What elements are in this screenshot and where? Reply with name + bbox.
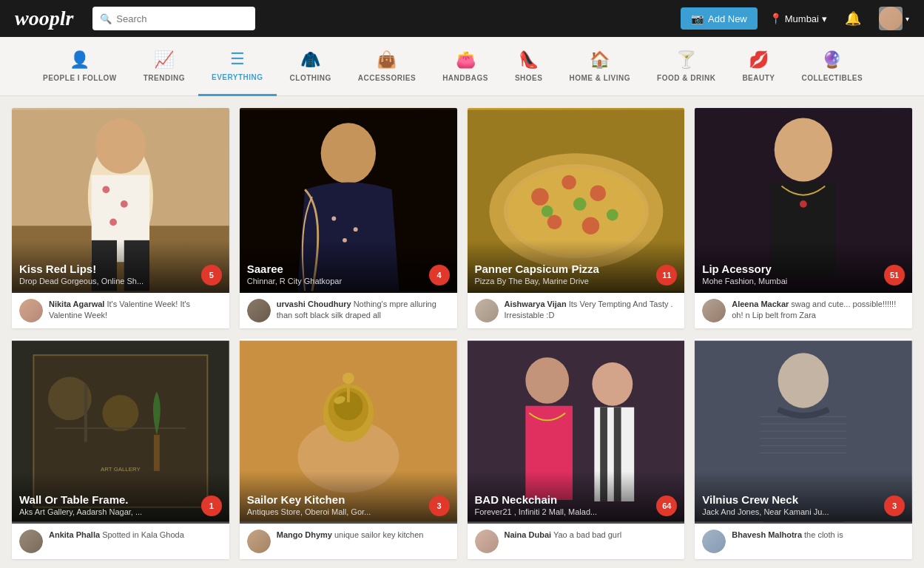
card-2-user-info: urvashi Choudhury Nothing's mpre allurin… xyxy=(277,299,450,322)
svg-point-14 xyxy=(353,227,357,231)
card-2-likes[interactable]: 4 xyxy=(429,265,450,285)
add-new-button[interactable]: 📷 Add New xyxy=(681,7,758,30)
search-input[interactable] xyxy=(116,13,242,24)
card-7-user-name[interactable]: Naina Dubai xyxy=(505,530,552,539)
card-3-image[interactable]: Panner Capsicum Pizza Pizza By The Bay, … xyxy=(468,108,685,293)
card-8-user-avatar[interactable] xyxy=(702,530,726,553)
svg-rect-40 xyxy=(154,435,160,471)
card-3-user-avatar[interactable] xyxy=(475,299,499,322)
card-1-subtitle: Drop Dead Gorgeous, Online Sh... xyxy=(19,277,144,285)
card-5-user-avatar[interactable] xyxy=(19,530,43,553)
card-2: Saaree Chinnar, R City Ghatkopar 4 urvas… xyxy=(240,108,457,328)
card-3-likes[interactable]: 11 xyxy=(656,265,677,285)
nav-label-shoes: SHOES xyxy=(515,74,543,82)
shoes-icon: 👠 xyxy=(519,50,539,70)
clothing-icon: 🧥 xyxy=(300,50,320,70)
card-3-title: Panner Capsicum Pizza xyxy=(475,263,599,275)
card-6-image[interactable]: Sailor Key Kitchen Antiques Store, Obero… xyxy=(240,339,457,524)
svg-rect-38 xyxy=(55,427,186,429)
location-button[interactable]: 📍 Mumbai ▾ xyxy=(769,13,827,24)
nav-item-accessories[interactable]: 👜 ACCESSORIES xyxy=(345,37,429,96)
home-icon: 🏠 xyxy=(590,50,610,70)
card-6-user: Mango Dhymy unique sailor key kitchen xyxy=(240,524,457,559)
card-4-user-name[interactable]: Aleena Mackar xyxy=(732,300,789,308)
card-7-text: BAD Neckchain Forever21 , Infiniti 2 Mal… xyxy=(475,493,598,516)
card-4-text: Lip Acessory Mohe Fashion, Mumbai xyxy=(702,263,787,285)
card-8-user-name[interactable]: Bhavesh Malhotra xyxy=(732,530,802,539)
card-1-user-comment: It's Valentine Week! xyxy=(107,300,178,308)
card-1-user-avatar[interactable] xyxy=(19,299,43,322)
food-icon: 🍸 xyxy=(676,50,696,70)
card-4-likes[interactable]: 51 xyxy=(884,265,905,285)
card-5-likes[interactable]: 1 xyxy=(201,496,222,516)
card-2-user-avatar[interactable] xyxy=(247,299,271,322)
card-6-overlay: Sailor Key Kitchen Antiques Store, Obero… xyxy=(240,471,457,524)
svg-point-7 xyxy=(109,218,117,226)
card-8: Vilnius Crew Neck Jack And Jones, Near K… xyxy=(695,339,912,559)
card-8-user: Bhavesh Malhotra the cloth is xyxy=(695,524,912,559)
notifications-bell-icon[interactable]: 🔔 xyxy=(845,10,861,27)
card-6-likes[interactable]: 3 xyxy=(429,496,450,516)
card-7-title: BAD Neckchain xyxy=(475,493,598,506)
card-3-subtitle: Pizza By The Bay, Marine Drive xyxy=(475,277,599,285)
card-6-text: Sailor Key Kitchen Antiques Store, Obero… xyxy=(247,493,371,516)
nav-item-handbags[interactable]: 👛 HANDBAGS xyxy=(429,37,502,96)
card-6-user-avatar[interactable] xyxy=(247,530,271,553)
nav-item-beauty[interactable]: 💋 BEAUTY xyxy=(729,37,788,96)
card-1-text: Kiss Red Lips! Drop Dead Gorgeous, Onlin… xyxy=(19,263,144,285)
card-2-user-name[interactable]: urvashi Choudhury xyxy=(277,300,351,308)
nav-item-everything[interactable]: ☰ EVERYTHING xyxy=(198,37,277,96)
svg-point-52 xyxy=(592,362,633,406)
card-7-image[interactable]: BAD Neckchain Forever21 , Infiniti 2 Mal… xyxy=(468,339,685,524)
card-2-image[interactable]: Saaree Chinnar, R City Ghatkopar 4 xyxy=(240,108,457,293)
svg-point-3 xyxy=(95,118,146,173)
camera-icon: 📷 xyxy=(691,13,704,24)
user-avatar-container[interactable]: ▾ xyxy=(879,7,909,30)
card-5-user-info: Ankita Phalla Spotted in Kala Ghoda xyxy=(49,530,184,541)
logo[interactable]: wooplr xyxy=(15,7,73,30)
nav-item-shoes[interactable]: 👠 SHOES xyxy=(502,37,556,96)
trending-icon: 📈 xyxy=(154,50,174,70)
card-1: Kiss Red Lips! Drop Dead Gorgeous, Onlin… xyxy=(12,108,229,328)
nav-item-collectibles[interactable]: 🔮 COLLECTIBLES xyxy=(789,37,877,96)
card-4-user-avatar[interactable] xyxy=(702,299,726,322)
card-2-user: urvashi Choudhury Nothing's mpre allurin… xyxy=(240,293,457,328)
location-label: Mumbai xyxy=(785,13,819,24)
nav-item-trending[interactable]: 📈 TRENDING xyxy=(130,37,198,96)
card-1-user-name[interactable]: Nikita Agarwal xyxy=(49,300,104,308)
card-8-image[interactable]: Vilnius Crew Neck Jack And Jones, Near K… xyxy=(695,339,912,524)
card-4-title: Lip Acessory xyxy=(702,263,787,275)
card-5-image[interactable]: ART GALLERY Wall Or Table Frame. Aks Art… xyxy=(12,339,229,524)
card-4-user: Aleena Mackar swag and cute... possible!… xyxy=(695,293,912,328)
search-bar: 🔍 xyxy=(92,7,255,30)
nav-item-food[interactable]: 🍸 FOOD & DRINK xyxy=(644,37,729,96)
svg-point-30 xyxy=(775,118,832,181)
card-7-likes[interactable]: 64 xyxy=(656,496,677,516)
card-1-likes[interactable]: 5 xyxy=(201,265,222,285)
main-content: Kiss Red Lips! Drop Dead Gorgeous, Onlin… xyxy=(0,96,924,568)
location-icon: 📍 xyxy=(769,13,782,24)
svg-point-37 xyxy=(102,395,138,431)
cards-grid: Kiss Red Lips! Drop Dead Gorgeous, Onlin… xyxy=(12,108,912,559)
nav-item-home[interactable]: 🏠 HOME & LIVING xyxy=(556,37,644,96)
card-3-text: Panner Capsicum Pizza Pizza By The Bay, … xyxy=(475,263,599,285)
card-6-title: Sailor Key Kitchen xyxy=(247,493,371,506)
card-4-image[interactable]: Lip Acessory Mohe Fashion, Mumbai 51 xyxy=(695,108,912,293)
nav-item-clothing[interactable]: 🧥 CLOTHING xyxy=(277,37,345,96)
nav-label-handbags: HANDBAGS xyxy=(442,74,488,82)
card-1-image[interactable]: Kiss Red Lips! Drop Dead Gorgeous, Onlin… xyxy=(12,108,229,293)
card-8-likes[interactable]: 3 xyxy=(884,496,905,516)
card-7-user-avatar[interactable] xyxy=(475,530,499,553)
card-5-title: Wall Or Table Frame. xyxy=(19,493,142,506)
accessories-icon: 👜 xyxy=(377,50,397,70)
svg-point-13 xyxy=(331,217,336,221)
card-3-overlay: Panner Capsicum Pizza Pizza By The Bay, … xyxy=(468,240,685,293)
card-7-user: Naina Dubai Yao a bad bad gurl xyxy=(468,524,685,559)
search-icon: 🔍 xyxy=(100,13,112,24)
card-5-user-name[interactable]: Ankita Phalla xyxy=(49,530,100,539)
card-3-user-name[interactable]: Aishwarya Vijan xyxy=(505,300,567,308)
nav-item-people[interactable]: 👤 PEOPLE I FOLLOW xyxy=(30,37,130,96)
card-6-user-name[interactable]: Mango Dhymy xyxy=(277,530,332,539)
svg-point-50 xyxy=(525,357,569,404)
card-8-user-info: Bhavesh Malhotra the cloth is xyxy=(732,530,843,541)
